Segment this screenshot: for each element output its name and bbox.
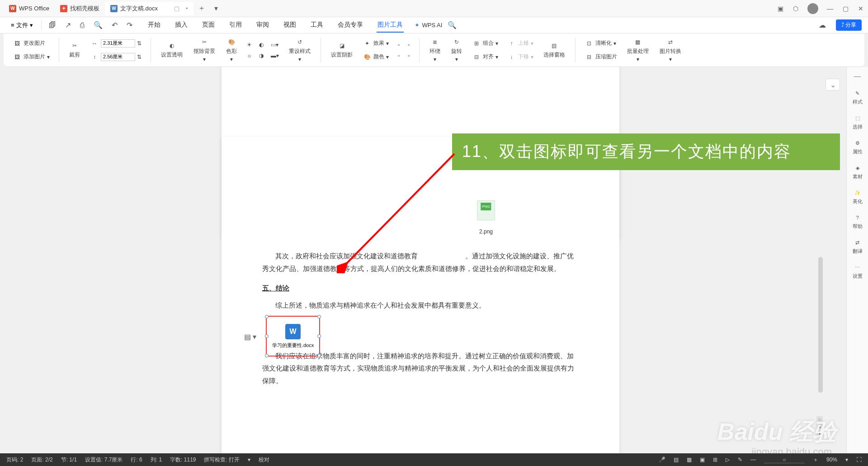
tab-insert[interactable]: 插入 — [174, 18, 189, 33]
sidebar-help[interactable]: ?帮助 — [853, 213, 863, 230]
group-button[interactable]: ⊞组合 ▾ — [469, 38, 501, 49]
user-avatar[interactable] — [807, 3, 818, 14]
crop-button[interactable]: ✂裁剪 — [66, 39, 84, 61]
tab-view[interactable]: 视图 — [283, 18, 297, 33]
status-words[interactable]: 字数: 1119 — [170, 456, 196, 464]
sidebar-settings[interactable]: ⋯设置 — [853, 263, 863, 280]
status-view2-icon[interactable]: ▦ — [687, 456, 692, 463]
tab-document[interactable]: W文字文稿.docx▢• — [105, 2, 193, 15]
cloud-icon[interactable]: ☁ — [815, 19, 830, 31]
effect-button[interactable]: ✦效果 ▾ — [360, 38, 392, 49]
contrast-down-icon[interactable]: ◑ — [256, 51, 266, 60]
tab-reference[interactable]: 引用 — [228, 18, 243, 33]
shadow-left-icon[interactable]: ▫ — [395, 51, 402, 60]
fill-color-button[interactable]: 🎨颜色 ▾ — [360, 51, 392, 63]
file-menu[interactable]: ≡ 文件 ▾ — [6, 19, 38, 31]
redo-icon[interactable]: ↷ — [123, 19, 136, 31]
sidebar-style[interactable]: ✎样式 — [853, 89, 863, 105]
color-button[interactable]: 🎨色彩 ▾ — [222, 36, 241, 64]
align-button[interactable]: ⊟对齐 ▾ — [469, 51, 501, 63]
embedded-docx-object[interactable]: W 学习的重要性.docx — [266, 316, 320, 357]
status-pageno[interactable]: 页码: 2 — [6, 456, 23, 464]
shadow-button[interactable]: ◪设置阴影 — [327, 39, 356, 61]
maximize-button[interactable]: ▢ — [842, 5, 849, 12]
save-icon[interactable]: 🗐 — [45, 19, 60, 31]
status-spell[interactable]: 拼写检查: 打开 — [204, 456, 240, 464]
sidebar-material[interactable]: ◈素材 — [853, 163, 863, 180]
batch-button[interactable]: ▦批量处理 ▾ — [623, 36, 652, 64]
shadow-right-icon[interactable]: ▫ — [405, 40, 412, 49]
sidebar-select[interactable]: ⬚选择 — [853, 114, 863, 130]
wrap-button[interactable]: ≣环绕 ▾ — [426, 36, 444, 64]
width-input[interactable]: ↔⇅ — [87, 38, 144, 49]
vertical-scrollbar[interactable] — [818, 257, 823, 393]
layout-options-button[interactable]: ▤ ▾ — [244, 333, 256, 341]
status-play-icon[interactable]: ▷ — [726, 456, 730, 463]
tab-templates[interactable]: ✦找稻壳模板 — [55, 2, 105, 15]
status-page[interactable]: 页面: 2/2 — [31, 456, 52, 464]
shadow-up-icon[interactable]: ▫ — [395, 40, 402, 49]
titlebar: WWPS Office ✦找稻壳模板 W文字文稿.docx▢• ＋ ▾ ▣ ⬡ … — [0, 0, 868, 17]
status-note-icon[interactable]: ✎ — [738, 456, 742, 463]
status-speech-icon[interactable]: 🎤 — [659, 456, 665, 463]
minimize-sidebar-icon[interactable]: — — [854, 72, 861, 81]
shadow-down-icon[interactable]: ▫ — [405, 51, 412, 60]
zoom-level[interactable]: 90% — [826, 456, 837, 463]
fullscreen-icon[interactable]: ⛶ — [856, 456, 862, 463]
heading-conclusion: 五、结论 — [262, 282, 579, 295]
brightness-down-icon[interactable]: ☼ — [244, 51, 255, 60]
new-tab-button[interactable]: ＋ — [193, 1, 210, 16]
status-view3-icon[interactable]: ▣ — [700, 456, 705, 463]
reset-style-button[interactable]: ↺重设样式 ▾ — [285, 36, 314, 64]
status-view4-icon[interactable]: ⊞ — [713, 456, 717, 463]
zoom-out-button[interactable]: — — [750, 456, 756, 463]
clarity-button[interactable]: ⊡清晰化 ▾ — [582, 38, 620, 49]
status-view1-icon[interactable]: ▤ — [674, 456, 679, 463]
copy-icon[interactable]: ▣ — [777, 5, 784, 12]
sidebar-beautify[interactable]: ✨美化 — [853, 188, 863, 205]
tab-vip[interactable]: 会员专享 — [337, 18, 364, 33]
sidebar-translate[interactable]: ⇄翻译 — [853, 238, 863, 255]
status-col[interactable]: 列: 1 — [151, 456, 162, 464]
remove-bg-button[interactable]: ✂抠除背景 ▾ — [190, 36, 219, 64]
change-picture-button[interactable]: 🖼更改图片 — [10, 38, 52, 49]
select-pane-button[interactable]: ▤选择窗格 — [540, 39, 569, 61]
tab-wps-office[interactable]: WWPS Office — [4, 2, 55, 15]
add-picture-button[interactable]: 🖼添加图片 ▾ — [10, 51, 52, 63]
status-proof[interactable]: 校对 — [259, 456, 269, 464]
document-canvas[interactable]: 2.png 其次，政府和社会应该加强文化建设和道德教育 。通过加强文化设施的建设… — [0, 67, 846, 453]
fill-icon[interactable]: ▬▾ — [268, 51, 282, 60]
status-setval[interactable]: 设置值: 7.7厘米 — [85, 456, 123, 464]
cube-icon[interactable]: ⬡ — [792, 5, 799, 12]
export-icon[interactable]: ↗ — [61, 19, 75, 31]
collapse-panel-button[interactable]: ⌄ — [826, 79, 840, 90]
height-input[interactable]: ↕⇅ — [87, 51, 144, 63]
contrast-icon[interactable]: ◐ — [256, 40, 266, 49]
zoom-slider[interactable]: ○ — [764, 456, 805, 463]
tab-picture-tools[interactable]: 图片工具 — [377, 18, 404, 33]
embedded-png[interactable]: 2.png — [470, 200, 502, 237]
tab-start[interactable]: 开始 — [147, 18, 161, 33]
search-icon[interactable]: 🔍 — [444, 19, 460, 31]
minimize-button[interactable]: — — [826, 5, 834, 12]
status-row[interactable]: 行: 6 — [131, 456, 142, 464]
brightness-icon[interactable]: ☀ — [244, 40, 255, 49]
print-icon[interactable]: ⎙ — [76, 19, 88, 31]
compress-button[interactable]: ⊟压缩图片 — [582, 51, 620, 63]
undo-icon[interactable]: ↶ — [108, 19, 121, 31]
tab-dropdown[interactable]: ▾ — [210, 1, 222, 15]
status-section[interactable]: 节: 1/1 — [61, 456, 77, 464]
outline-icon[interactable]: ▭▾ — [268, 40, 281, 49]
transparent-button[interactable]: ◐设置透明 — [157, 39, 186, 61]
share-button[interactable]: ⤴ 分享 — [836, 19, 862, 31]
tab-review[interactable]: 审阅 — [255, 18, 270, 33]
preview-icon[interactable]: 🔍 — [90, 19, 106, 31]
close-button[interactable]: ✕ — [857, 5, 864, 12]
rotate-button[interactable]: ↻旋转 ▾ — [448, 36, 466, 64]
tab-page[interactable]: 页面 — [201, 18, 216, 33]
convert-button[interactable]: ⇄图片转换 ▾ — [656, 36, 685, 64]
tab-tools[interactable]: 工具 — [310, 18, 324, 33]
wps-ai[interactable]: ✦WPS AI — [415, 22, 443, 29]
sidebar-props[interactable]: ⚙属性 — [853, 138, 863, 155]
zoom-in-button[interactable]: ＋ — [813, 456, 818, 464]
